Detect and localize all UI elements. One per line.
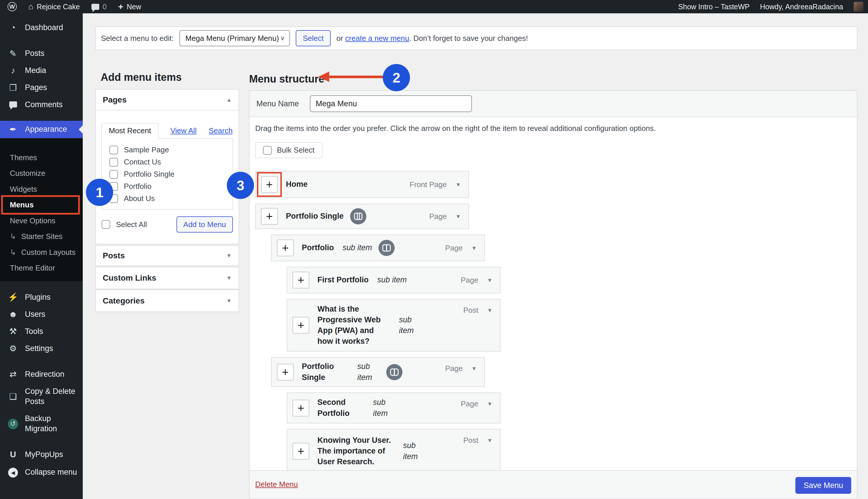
- sidebar-item-appearance[interactable]: ✒ Appearance: [0, 121, 83, 138]
- contact-us-checkbox[interactable]: [109, 158, 118, 167]
- sub-item-label: sub item: [357, 361, 380, 383]
- menu-item-first-portfolio[interactable]: + First Portfolio sub item Page ▼: [287, 267, 501, 293]
- item-options-arrow-icon[interactable]: ▼: [487, 437, 492, 444]
- create-menu-text: or create a new menu. Don’t forget to sa…: [337, 34, 528, 43]
- main-content: Select a menu to edit: Mega Menu (Primar…: [83, 13, 868, 499]
- expand-plus-button[interactable]: +: [277, 364, 294, 380]
- submenu-item-themes[interactable]: Themes: [0, 150, 83, 166]
- create-new-menu-link[interactable]: create a new menu: [345, 34, 409, 42]
- sidebar-item-collapse-menu[interactable]: ◀ Collapse menu: [0, 463, 83, 481]
- select-all-checkbox[interactable]: [102, 220, 110, 229]
- item-options-arrow-icon[interactable]: ▼: [471, 365, 477, 372]
- add-menu-items-heading: Add menu items: [101, 71, 182, 83]
- item-options-arrow-icon[interactable]: ▼: [455, 181, 461, 188]
- sidebar-item-posts[interactable]: ✎ Posts: [0, 45, 83, 62]
- save-menu-button[interactable]: Save Menu: [795, 477, 851, 494]
- posts-panel-header[interactable]: Posts ▼: [96, 245, 239, 266]
- item-type-label: Post: [463, 436, 478, 445]
- submenu-item-theme-editor[interactable]: Theme Editor: [0, 260, 83, 276]
- sidebar-item-comments[interactable]: Comments: [0, 96, 83, 113]
- item-options-arrow-icon[interactable]: ▼: [455, 213, 461, 220]
- pages-panel: Pages ▲ Most Recent View All Search Samp…: [96, 89, 239, 244]
- new-label: New: [127, 3, 141, 11]
- expand-caret-icon: ▼: [226, 298, 232, 304]
- item-options-arrow-icon[interactable]: ▼: [487, 401, 492, 407]
- site-link[interactable]: ⌂ Rejoice Cake: [28, 2, 80, 11]
- pages-tabs: Most Recent View All Search: [102, 123, 233, 138]
- expand-plus-button[interactable]: +: [292, 272, 309, 289]
- pages-icon: ❐: [7, 83, 19, 93]
- sample-page-checkbox[interactable]: [109, 146, 118, 154]
- new-content-menu[interactable]: + New: [118, 2, 141, 12]
- submenu-item-customize[interactable]: Customize: [0, 166, 83, 181]
- menu-item-portfolio-single-sub[interactable]: + Portfolio Single sub item Page ▼: [271, 357, 485, 387]
- expand-plus-button[interactable]: +: [292, 400, 309, 416]
- pin-icon: ✎: [7, 49, 19, 59]
- sidebar-item-redirection[interactable]: ⇄ Redirection: [0, 366, 83, 383]
- tab-view-all[interactable]: View All: [171, 126, 197, 135]
- add-to-menu-button[interactable]: Add to Menu: [176, 216, 233, 233]
- tab-search[interactable]: Search: [209, 126, 232, 135]
- item-type-label: Front Page: [410, 180, 447, 189]
- menu-select-dropdown[interactable]: Mega Menu (Primary Menu) ∨: [179, 30, 290, 46]
- sidebar-item-copy-delete-posts[interactable]: ❏ Copy & Delete Posts: [0, 383, 83, 410]
- menu-item-portfolio-single[interactable]: + Portfolio Single Page ▼: [255, 204, 469, 229]
- comments-shortcut[interactable]: 0: [91, 3, 107, 11]
- item-type-label: Post: [463, 306, 478, 315]
- bulk-select-checkbox[interactable]: [263, 146, 272, 155]
- menu-item-second-portfolio[interactable]: + Second Portfolio sub item Page ▼: [287, 392, 501, 423]
- sidebar-item-pages[interactable]: ❐ Pages: [0, 79, 83, 96]
- sidebar-item-backup-migration[interactable]: ↺ Backup Migration: [0, 410, 83, 437]
- submenu-item-menus[interactable]: Menus: [0, 197, 83, 213]
- menu-item-portfolio-sub[interactable]: + Portfolio sub item Page ▼: [271, 234, 485, 261]
- pages-panel-header[interactable]: Pages ▲: [96, 89, 239, 110]
- sidebar-item-users[interactable]: ☻ Users: [0, 306, 83, 323]
- select-button[interactable]: Select: [296, 30, 330, 46]
- item-options-arrow-icon[interactable]: ▼: [487, 307, 492, 314]
- show-intro-link[interactable]: Show Intro – TasteWP: [678, 3, 750, 11]
- menu-name-bar: Menu Name: [249, 90, 857, 117]
- portfolio-single-checkbox[interactable]: [109, 170, 118, 179]
- sidebar-item-dashboard[interactable]: ◔ Dashboard: [0, 19, 83, 36]
- item-options-arrow-icon[interactable]: ▼: [487, 277, 492, 283]
- custom-links-panel-header[interactable]: Custom Links ▼: [96, 267, 239, 289]
- menu-item-knowing-your-user[interactable]: + Knowing Your User. The importance of U…: [287, 429, 501, 473]
- expand-plus-button[interactable]: +: [292, 317, 309, 333]
- delete-menu-link[interactable]: Delete Menu: [255, 480, 298, 489]
- tab-most-recent[interactable]: Most Recent: [102, 123, 158, 138]
- submenu-item-starter-sites[interactable]: ↳ Starter Sites: [0, 229, 83, 244]
- item-options-arrow-icon[interactable]: ▼: [471, 245, 477, 251]
- appearance-submenu: Themes Customize Widgets Menus Neve Opti…: [0, 138, 83, 281]
- categories-panel-header[interactable]: Categories ▼: [96, 290, 239, 312]
- media-icon: ♪: [7, 66, 19, 75]
- annotation-step-1: 1: [86, 179, 113, 206]
- wordpress-admin-screen: W ⌂ Rejoice Cake 0 + New Show Intro – Ta…: [0, 0, 868, 499]
- comments-count: 0: [103, 3, 107, 11]
- select-menu-label: Select a menu to edit:: [101, 34, 174, 43]
- menu-item-pwa-post[interactable]: + What is the Progressive Web App (PWA) …: [287, 299, 501, 352]
- menu-structure-footer: Delete Menu Save Menu: [249, 470, 857, 499]
- sidebar-item-settings[interactable]: ⚙ Settings: [0, 340, 83, 357]
- sidebar-item-tools[interactable]: ⚒ Tools: [0, 323, 83, 340]
- submenu-item-widgets[interactable]: Widgets: [0, 181, 83, 197]
- menu-items-list: + Home Front Page ▼ + Portfolio Single: [255, 171, 857, 473]
- sub-item-label: sub item: [403, 440, 426, 462]
- submenu-item-neve-options[interactable]: Neve Options: [0, 213, 83, 229]
- expand-plus-button[interactable]: +: [261, 208, 278, 225]
- collapse-arrow-icon: ◀: [7, 467, 19, 478]
- sidebar-item-plugins[interactable]: ⚡ Plugins: [0, 289, 83, 306]
- sidebar-item-mypopups[interactable]: U MyPopUps: [0, 446, 83, 463]
- bulk-select-control[interactable]: Bulk Select: [255, 142, 322, 158]
- menu-item-home[interactable]: + Home Front Page ▼: [255, 171, 469, 198]
- howdy-account-menu[interactable]: Howdy, AndreeaRadacina: [760, 3, 843, 11]
- user-avatar[interactable]: [854, 2, 863, 12]
- sidebar-item-media[interactable]: ♪ Media: [0, 62, 83, 79]
- wordpress-menu[interactable]: W: [8, 2, 17, 11]
- menu-name-input[interactable]: [310, 95, 472, 112]
- expand-plus-button[interactable]: +: [292, 443, 309, 460]
- expand-plus-button[interactable]: +: [277, 240, 294, 256]
- submenu-item-custom-layouts[interactable]: ↳ Custom Layouts: [0, 244, 83, 260]
- item-type-label: Page: [429, 212, 447, 221]
- expand-plus-button[interactable]: +: [261, 176, 278, 193]
- plugin-icon: ⚡: [7, 292, 19, 302]
